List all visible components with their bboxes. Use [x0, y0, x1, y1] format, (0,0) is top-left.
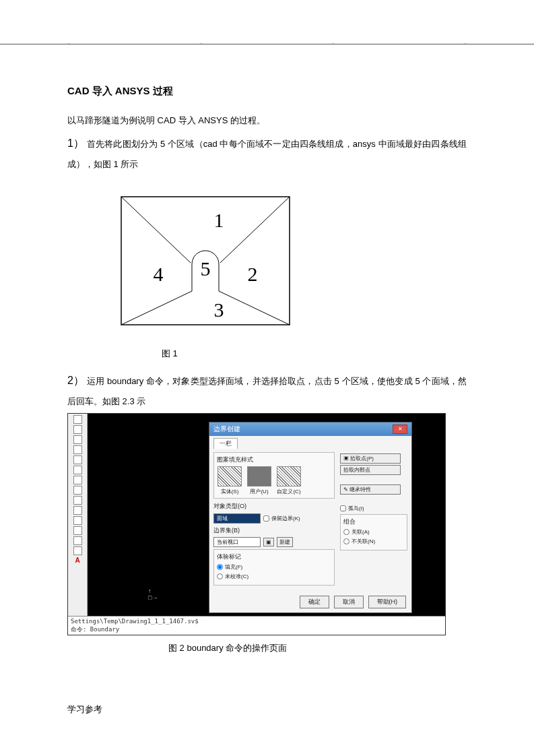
tool-icon[interactable]: [73, 486, 82, 495]
cmd-line-2: 命令: Boundary: [71, 626, 442, 634]
dialog-title: 边界创建: [213, 424, 240, 434]
hatch-group: 图案填充样式 实体(S) 用户(U) 自定义(C): [213, 452, 335, 499]
inherit-button[interactable]: ✎ 继承特性: [340, 484, 401, 495]
step-2: 2） 运用 boundary 命令，对象类型选择面域，并选择拾取点，点击 5 个…: [67, 369, 467, 410]
step-1-number: 1）: [67, 137, 84, 149]
object-type-select[interactable]: 面域: [213, 513, 261, 524]
left-toolbar: A: [68, 414, 88, 616]
figure-1-caption: 图 1: [162, 348, 467, 360]
step-1-text: 首先将此图划分为 5 个区域（cad 中每个面域不一定由四条线组成，ansys …: [67, 139, 467, 169]
pick-points-button[interactable]: ▣ 拾取点(P): [340, 453, 401, 464]
new-bset-label[interactable]: 新建: [277, 537, 293, 547]
svg-line-2: [220, 197, 290, 263]
opt-region-radio[interactable]: 填充(F): [217, 563, 331, 571]
tool-icon[interactable]: [73, 516, 82, 525]
figure-1-svg: 1 2 3 4 5: [114, 190, 296, 338]
svg-text:1: 1: [214, 209, 224, 231]
tool-icon[interactable]: [73, 476, 82, 484]
page-title: CAD 导入 ANSYS 过程: [67, 85, 467, 98]
cad-toolbars: A 边界创建 ✕ 一栏 图案填充样式: [68, 414, 445, 616]
cancel-button[interactable]: 取消: [334, 596, 364, 608]
opt-poly-radio[interactable]: 未校准(C): [217, 573, 331, 580]
hatch-group-title: 图案填充样式: [217, 455, 331, 464]
tool-icon[interactable]: [73, 536, 82, 545]
assoc-radio[interactable]: 关联(A): [343, 528, 404, 536]
ucs-icon: ↑ □→: [148, 588, 158, 601]
ok-button[interactable]: 确定: [300, 596, 329, 608]
object-type-label: 对象类型(O): [213, 502, 246, 511]
tool-icon[interactable]: [73, 435, 82, 444]
svg-text:4: 4: [154, 263, 164, 285]
boundary-set-select[interactable]: 当前视口: [213, 537, 261, 547]
tool-icon[interactable]: [73, 526, 82, 535]
bset-label-row: 边界集(B): [213, 526, 335, 535]
header-rule-dots: .. .. .. ..: [67, 39, 467, 45]
step-1: 1） 首先将此图划分为 5 个区域（cad 中每个面域不一定由四条线组成，ans…: [67, 132, 467, 173]
svg-text:2: 2: [248, 263, 258, 285]
object-type-row: 对象类型(O): [213, 502, 335, 511]
close-icon[interactable]: ✕: [393, 424, 407, 434]
keep-boundary-check[interactable]: 保留边界(K): [263, 515, 300, 522]
intro-paragraph: 以马蹄形隧道为例说明 CAD 导入 ANSYS 的过程。: [67, 111, 467, 129]
svg-line-4: [219, 291, 290, 325]
cmd-line-1: Settings\Temp\Drawing1_1_1_1467.sv$: [71, 618, 442, 626]
svg-text:5: 5: [201, 257, 211, 280]
step-2-text: 运用 boundary 命令，对象类型选择面域，并选择拾取点，点击 5 个区域，…: [67, 376, 467, 406]
dialog-titlebar[interactable]: 边界创建 ✕: [209, 422, 411, 436]
tool-icon[interactable]: [73, 496, 82, 505]
tool-icon[interactable]: [73, 455, 82, 464]
new-bset-button[interactable]: ▣: [263, 538, 274, 546]
island-check[interactable]: 孤岛(I): [340, 505, 407, 512]
svg-line-1: [121, 197, 191, 263]
step-2-number: 2）: [67, 375, 84, 386]
svg-line-3: [121, 291, 192, 325]
tool-letter-a[interactable]: A: [75, 557, 79, 564]
options-group: 体验标记 填充(F) 未校准(C): [213, 549, 335, 586]
svg-text:3: 3: [214, 298, 224, 321]
tool-icon[interactable]: [73, 445, 82, 454]
tool-icon[interactable]: [73, 506, 82, 515]
boundary-dialog: 边界创建 ✕ 一栏 图案填充样式 实体(S) 用户(U): [209, 422, 412, 613]
hatch-swatch-icon[interactable]: [277, 466, 301, 486]
cad-screenshot: A 边界创建 ✕ 一栏 图案填充样式: [67, 413, 446, 635]
nonassoc-radio[interactable]: 不关联(N): [343, 538, 404, 545]
page-footer: 学习参考: [67, 703, 102, 716]
dialog-tab[interactable]: 一栏: [213, 438, 238, 449]
tool-icon[interactable]: [73, 415, 82, 424]
hatch-swatch-icon[interactable]: [247, 466, 271, 486]
page-content: CAD 导入 ANSYS 过程 以马蹄形隧道为例说明 CAD 导入 ANSYS …: [0, 44, 534, 691]
hatch-swatch-icon[interactable]: [218, 466, 242, 486]
tool-icon[interactable]: [73, 466, 82, 474]
tool-icon[interactable]: [73, 546, 82, 555]
pick-internal-button[interactable]: 拾取内部点: [340, 465, 401, 475]
dialog-footer: 确定 取消 帮助(H): [209, 593, 411, 612]
figure-2-caption: 图 2 boundary 命令的操作页面: [168, 642, 467, 654]
figure-1: 1 2 3 4 5: [114, 190, 467, 341]
tool-icon[interactable]: [73, 425, 82, 434]
command-line[interactable]: Settings\Temp\Drawing1_1_1_1467.sv$ 命令: …: [68, 616, 445, 635]
combine-group: 组合 关联(A) 不关联(N): [340, 514, 407, 550]
help-button[interactable]: 帮助(H): [368, 596, 407, 608]
cad-canvas[interactable]: 边界创建 ✕ 一栏 图案填充样式 实体(S) 用户(U): [88, 414, 445, 616]
